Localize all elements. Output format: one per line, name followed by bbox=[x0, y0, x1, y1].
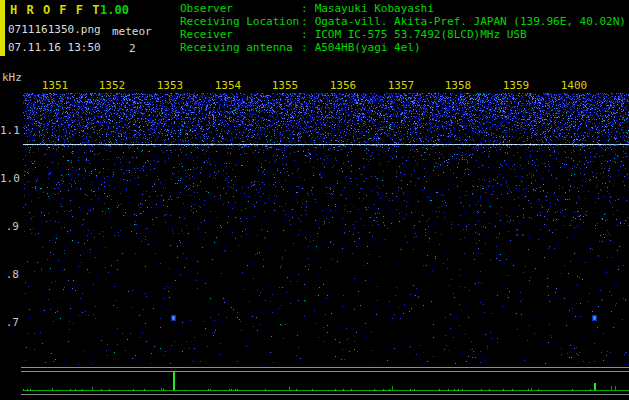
info-separator: : bbox=[301, 2, 308, 15]
y-axis-unit-label: kHz bbox=[2, 71, 22, 84]
app-title: H R O F F T bbox=[10, 3, 100, 17]
info-separator: : bbox=[301, 15, 308, 28]
datetime-label: 07.11.16 13:50 bbox=[8, 41, 101, 54]
mode-label: meteor bbox=[112, 25, 152, 38]
y-tick-1.0: 1.0 bbox=[0, 172, 19, 185]
y-tick-1.1: 1.1 bbox=[0, 124, 19, 137]
x-tick-1352: 1352 bbox=[99, 79, 126, 92]
level-indicator-bar bbox=[0, 0, 5, 56]
x-tick-1400: 1400 bbox=[561, 79, 588, 92]
meteor-count: 2 bbox=[129, 42, 136, 55]
station-info: Observer:Masayuki Kobayashi Receiving Lo… bbox=[180, 2, 626, 54]
x-tick-1355: 1355 bbox=[272, 79, 299, 92]
info-value: ICOM IC-575 53.7492(8LCD)MHz USB bbox=[315, 28, 527, 41]
info-separator: : bbox=[301, 28, 308, 41]
y-tick-0.8: .8 bbox=[0, 268, 19, 281]
x-tick-1357: 1357 bbox=[388, 79, 415, 92]
signal-strength-canvas bbox=[0, 366, 629, 400]
y-tick-0.7: .7 bbox=[0, 316, 19, 329]
y-tick-0.9: .9 bbox=[0, 220, 19, 233]
spectrogram-canvas bbox=[23, 93, 629, 365]
info-label: Receiving Location bbox=[180, 15, 301, 28]
info-separator: : bbox=[301, 41, 308, 54]
info-value: Ogata-vill. Akita-Pref. JAPAN (139.96E, … bbox=[315, 15, 626, 28]
info-row-antenna: Receiving antenna:A504HB(yagi 4el) bbox=[180, 41, 626, 54]
app-version: 1.00 bbox=[100, 3, 129, 17]
output-filename: 0711161350.png bbox=[8, 23, 101, 36]
info-label: Receiving antenna bbox=[180, 41, 301, 54]
info-value: Masayuki Kobayashi bbox=[315, 2, 434, 15]
x-tick-1354: 1354 bbox=[215, 79, 242, 92]
x-tick-1351: 1351 bbox=[42, 79, 69, 92]
x-tick-1353: 1353 bbox=[157, 79, 184, 92]
info-row-receiver: Receiver:ICOM IC-575 53.7492(8LCD)MHz US… bbox=[180, 28, 626, 41]
hrofft-screen: H R O F F T 1.00 0711161350.png meteor 0… bbox=[0, 0, 629, 400]
info-value: A504HB(yagi 4el) bbox=[315, 41, 421, 54]
x-tick-1356: 1356 bbox=[330, 79, 357, 92]
x-tick-1358: 1358 bbox=[445, 79, 472, 92]
info-row-location: Receiving Location:Ogata-vill. Akita-Pre… bbox=[180, 15, 626, 28]
info-label: Receiver bbox=[180, 28, 301, 41]
info-row-observer: Observer:Masayuki Kobayashi bbox=[180, 2, 626, 15]
x-tick-1359: 1359 bbox=[503, 79, 530, 92]
info-label: Observer bbox=[180, 2, 301, 15]
